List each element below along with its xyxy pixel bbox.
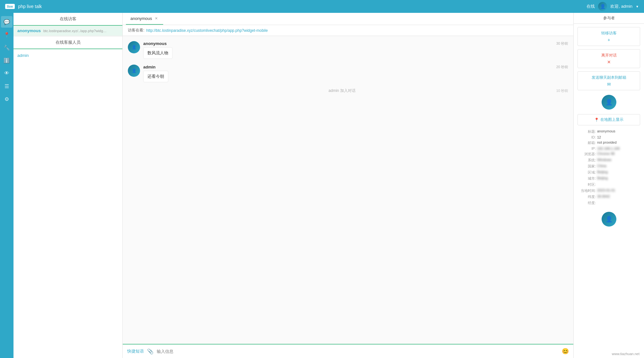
info-label-id: ID: — [578, 135, 596, 139]
message-avatar: 👤 — [128, 41, 140, 53]
show-on-map-button[interactable]: 📍 在地图上显示 — [578, 114, 640, 125]
chat-tab-close[interactable]: ✕ — [154, 16, 159, 21]
visitor-url-link[interactable]: http://btc.lostinparadise.xyz/customlive… — [146, 28, 268, 33]
leave-conversation-button[interactable]: 离开对话 ✕ — [578, 49, 640, 68]
chat-tabs: anonymous ✕ — [123, 13, 573, 25]
agent-list: admin — [13, 49, 122, 62]
info-label-localtime: 当地时间: — [578, 188, 596, 193]
message-avatar-admin: 👤 — [128, 65, 140, 77]
transfer-visitor-button[interactable]: 转移访客 + — [578, 27, 640, 46]
chat-input[interactable] — [157, 349, 559, 354]
email-transcript-button[interactable]: 发送聊天副本到邮箱 ✉ — [578, 71, 640, 90]
visitor-url: btc.lostinparadise.xyz/../app.php?widget… — [43, 29, 108, 33]
info-label-lat: 纬度: — [578, 194, 596, 199]
message-item: 👤 admin 20 秒前 还看今朝 — [128, 65, 568, 82]
info-row-lat: 纬度: 39.9042 — [578, 194, 640, 199]
info-row-region: 区域: Beijing — [578, 170, 640, 175]
online-visitors-header: 在线访客 — [13, 13, 122, 26]
email-transcript-label: 发送聊天副本到邮箱 — [592, 75, 626, 80]
info-label-lng: 经度: — [578, 201, 596, 205]
info-value-id: 12 — [597, 135, 601, 139]
online-agents-section: 在线客服人员 admin — [13, 36, 122, 62]
message-header: anonymous 30 秒前 — [143, 41, 568, 46]
visitor-avatar-center: 👤 — [574, 95, 644, 110]
visitor-avatar-bottom: 👤 — [574, 212, 644, 227]
info-value-email: not provided — [597, 140, 617, 144]
avatar-inner-admin: 👤 — [128, 65, 140, 77]
agent-item[interactable]: admin — [13, 50, 122, 60]
map-btn-label: 在地图上显示 — [600, 117, 623, 122]
transfer-visitor-label: 转移访客 — [601, 31, 617, 36]
right-panel-header: 参与者 — [574, 13, 644, 24]
chat-tab-label: anonymous — [130, 16, 152, 21]
info-row-ip: IP: 192.168.1.100 — [578, 147, 640, 150]
quick-phrases-label[interactable]: 快捷短语 — [127, 348, 144, 354]
avatar-inner: 👤 — [598, 2, 607, 11]
info-row-country: 国家: China — [578, 164, 640, 169]
visitor-info: 标题: anonymous ID: 12 邮箱: not provided IP… — [574, 127, 644, 209]
sidebar-item-tools[interactable]: 🔧 — [1, 42, 13, 53]
online-status: 在线 — [587, 4, 595, 9]
chat-tab-anonymous[interactable]: anonymous ✕ — [126, 13, 163, 25]
info-value-ip: 192.168.1.100 — [597, 147, 620, 150]
attachment-icon[interactable]: 📎 — [147, 348, 154, 354]
topbar-right: 在线 👤 欢迎, admin ▼ — [587, 2, 639, 11]
visitor-panel: 在线访客 anonymous btc.lostinparadise.xyz/..… — [13, 13, 123, 358]
avatar: 👤 — [598, 2, 607, 11]
chat-input-area: 快捷短语 📎 😊 — [123, 344, 573, 358]
avatar-inner-anonymous: 👤 — [128, 41, 140, 53]
visitor-avatar-bottom-img: 👤 — [602, 212, 616, 227]
system-message-text: admin 加入对话 — [128, 88, 556, 94]
info-label-browser: 浏览器: — [578, 152, 596, 157]
info-value-browser: Chrome 98 — [597, 152, 614, 156]
sidebar-item-settings[interactable]: ⚙ — [1, 93, 13, 105]
dropdown-arrow[interactable]: ▼ — [636, 5, 639, 8]
plus-icon: + — [607, 37, 610, 42]
leave-conversation-label: 离开对话 — [601, 53, 617, 58]
app-title: php live talk — [18, 4, 42, 9]
info-value-localtime: 2023-01-01 — [597, 188, 615, 192]
info-label-city: 城市: — [578, 176, 596, 181]
sidebar-item-eye[interactable]: 👁 — [1, 67, 13, 79]
emoji-icon[interactable]: 😊 — [562, 348, 569, 355]
visitor-avatar-large: 👤 — [602, 95, 616, 110]
sidebar-item-list[interactable]: ☰ — [1, 80, 13, 92]
message-time-admin: 20 秒前 — [556, 65, 568, 69]
visitor-item[interactable]: anonymous btc.lostinparadise.xyz/../app.… — [13, 26, 122, 36]
chat-messages: 👤 anonymous 30 秒前 数风流人物 👤 admin — [123, 36, 573, 344]
app-logo: live — [5, 4, 15, 9]
info-value-country: China — [597, 164, 606, 168]
visitor-list: anonymous btc.lostinparadise.xyz/../app.… — [13, 26, 122, 36]
info-row-browser: 浏览器: Chrome 98 — [578, 152, 640, 157]
online-agents-header: 在线客服人员 — [13, 36, 122, 49]
message-text-admin: 还看今朝 — [143, 71, 168, 82]
topbar-left: live php live talk — [5, 4, 42, 9]
message-content-admin: admin 20 秒前 还看今朝 — [143, 65, 568, 82]
info-row-label: 标题: anonymous — [578, 129, 640, 134]
right-panel: 参与者 转移访客 + 离开对话 ✕ 发送聊天副本到邮箱 ✉ 👤 📍 在地图上显示… — [573, 13, 644, 358]
message-item: 👤 anonymous 30 秒前 数风流人物 — [128, 41, 568, 59]
info-label-region: 区域: — [578, 170, 596, 175]
info-label-system: 系统: — [578, 158, 596, 163]
info-row-email: 邮箱: not provided — [578, 140, 640, 145]
sidebar-item-location[interactable]: 📍 — [1, 29, 13, 40]
info-label-country: 国家: — [578, 164, 596, 169]
info-row-system: 系统: Windows — [578, 158, 640, 163]
message-text: 数风流人物 — [143, 47, 172, 59]
watermark: www.tiazhuan.net — [611, 352, 641, 356]
topbar: live php live talk 在线 👤 欢迎, admin ▼ — [0, 0, 644, 13]
info-label-ip: IP: — [578, 147, 596, 150]
message-sender: anonymous — [143, 41, 167, 46]
chat-area: anonymous ✕ 访客在看: http://btc.lostinparad… — [123, 13, 573, 358]
main-layout: 💬 📍 🔧 ℹ️ 👁 ☰ ⚙ 在线访客 anonymous btc.lostin… — [0, 13, 644, 358]
sidebar-item-info[interactable]: ℹ️ — [1, 55, 13, 66]
close-icon: ✕ — [607, 59, 611, 65]
map-icon: 📍 — [594, 118, 599, 122]
info-row-lng: 经度: — [578, 201, 640, 205]
message-header-admin: admin 20 秒前 — [143, 65, 568, 69]
visitor-url-bar-label: 访客在看: — [128, 28, 144, 33]
sidebar-item-chat[interactable]: 💬 — [1, 16, 13, 28]
info-row-localtime: 当地时间: 2023-01-01 — [578, 188, 640, 193]
info-row-id: ID: 12 — [578, 135, 640, 139]
icon-sidebar: 💬 📍 🔧 ℹ️ 👁 ☰ ⚙ — [0, 13, 13, 358]
